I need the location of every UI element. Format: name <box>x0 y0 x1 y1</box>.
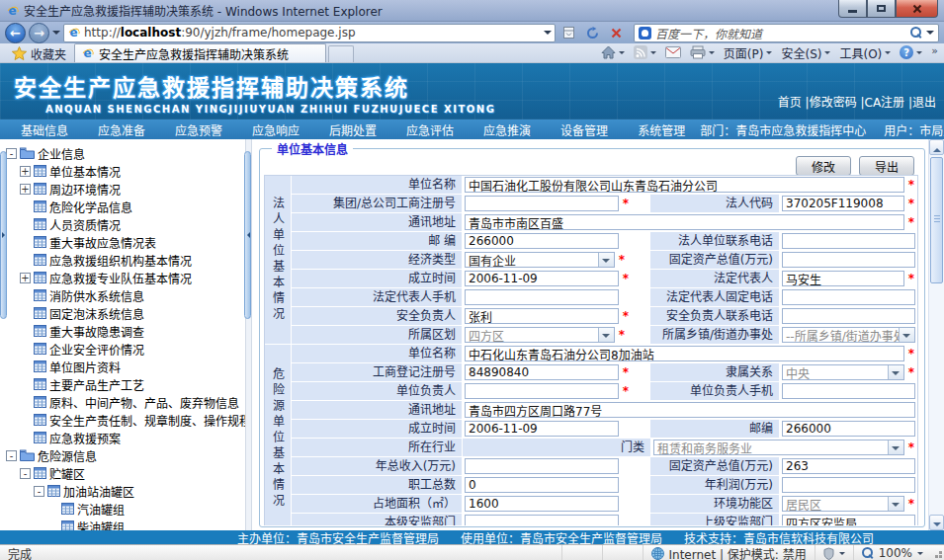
minimize-button[interactable] <box>838 0 867 18</box>
tree-item[interactable]: 主要产品生产工艺 <box>4 375 245 393</box>
form-select[interactable]: 居民区 <box>782 496 904 512</box>
new-tab-button[interactable] <box>328 45 354 62</box>
tree-toggle-plus[interactable]: + <box>20 273 31 283</box>
header-link-0[interactable]: 首页 <box>778 96 802 110</box>
address-url[interactable]: http://localhost:90/yjzh/frame/homepage.… <box>84 26 540 40</box>
menu-button-2[interactable]: 工具(O) <box>839 44 891 61</box>
nav-item-2[interactable]: 应急预警 <box>160 121 237 138</box>
tree-item[interactable]: 汽油罐组 <box>4 500 245 518</box>
tab-active[interactable]: e 安全生产应急救援指挥辅助决策系统 <box>74 43 326 62</box>
back-button[interactable]: ← <box>5 23 26 43</box>
nav-item-1[interactable]: 应急准备 <box>83 121 160 138</box>
content-scrollbar[interactable] <box>928 139 944 530</box>
search-dropdown-arrow[interactable] <box>926 31 934 39</box>
menu-button-0[interactable]: 页面(P) <box>724 44 773 61</box>
form-input[interactable] <box>782 233 915 249</box>
search-input[interactable]: 百度一下，你就知道 <box>655 25 906 41</box>
tree-item[interactable]: +应急救援专业队伍基本情况 <box>4 269 245 286</box>
form-input[interactable] <box>465 308 619 324</box>
scroll-down-button[interactable] <box>929 515 944 530</box>
tree-item[interactable]: -贮罐区 <box>4 464 245 482</box>
form-input[interactable] <box>782 271 904 286</box>
form-input[interactable] <box>465 383 619 399</box>
feeds-button[interactable] <box>634 45 656 59</box>
address-dropdown-arrow[interactable] <box>544 31 552 39</box>
form-input[interactable] <box>782 515 915 525</box>
form-input[interactable] <box>465 515 619 525</box>
close-button[interactable] <box>896 0 938 18</box>
form-input[interactable] <box>465 177 904 193</box>
form-input[interactable] <box>465 214 904 230</box>
tree-item[interactable]: -加油站油罐区 <box>4 482 245 500</box>
favorites-button[interactable]: 收藏夹 <box>4 44 74 62</box>
address-bar[interactable]: e http://localhost:90/yjzh/frame/homepag… <box>63 24 556 42</box>
tree-toggle-minus[interactable]: - <box>6 148 17 159</box>
tree-item[interactable]: 人员资质情况 <box>4 215 245 233</box>
menu-dropdown-arrow[interactable] <box>885 51 891 57</box>
form-input[interactable] <box>782 252 915 268</box>
tree-item[interactable]: 柴油罐组 <box>4 518 245 530</box>
tree-item[interactable]: -危险源信息 <box>4 446 245 464</box>
form-input[interactable] <box>465 289 619 305</box>
resize-grip[interactable] <box>931 547 943 559</box>
form-input[interactable] <box>465 271 619 286</box>
tree-toggle-minus[interactable]: - <box>6 450 17 461</box>
print-dropdown-arrow[interactable] <box>709 51 715 57</box>
tree-item[interactable]: 危险化学品信息 <box>4 198 245 215</box>
tree-item[interactable]: 应急救援组织机构基本情况 <box>4 251 245 269</box>
restore-button[interactable] <box>867 0 896 18</box>
menu-button-1[interactable]: 安全(S) <box>781 44 830 61</box>
nav-item-7[interactable]: 设备管理 <box>546 121 623 138</box>
form-input[interactable] <box>782 196 904 211</box>
form-input[interactable] <box>465 496 619 512</box>
home-button[interactable] <box>601 45 625 59</box>
tree-toggle-plus[interactable]: + <box>20 166 31 177</box>
security-dropdown-arrow[interactable] <box>839 552 845 558</box>
export-button[interactable]: 导出 <box>859 156 914 176</box>
form-select[interactable]: 国有企业 <box>465 252 615 268</box>
header-link-3[interactable]: 退出 <box>912 96 936 110</box>
tree-toggle-minus[interactable]: - <box>20 468 31 479</box>
search-icon[interactable] <box>910 27 922 39</box>
nav-item-6[interactable]: 应急推演 <box>469 121 546 138</box>
form-input[interactable] <box>465 364 619 380</box>
tree-item[interactable]: 安全生产责任制、规章制度、操作规程信息 <box>4 411 245 429</box>
form-input[interactable] <box>782 383 915 399</box>
left-collapse-handle[interactable] <box>0 151 7 319</box>
scrollbar-thumb[interactable] <box>930 157 943 283</box>
tree-item[interactable]: 固定泡沫系统信息 <box>4 304 245 322</box>
menu-dropdown-arrow[interactable] <box>766 51 772 57</box>
form-select[interactable]: 中央 <box>782 364 904 380</box>
home-dropdown-arrow[interactable] <box>619 51 625 57</box>
form-input[interactable] <box>465 346 904 361</box>
nav-item-4[interactable]: 后期处置 <box>314 121 391 138</box>
form-input[interactable] <box>782 289 915 305</box>
form-select[interactable]: 租赁和商务服务业 <box>653 440 904 455</box>
form-input[interactable] <box>465 402 915 418</box>
feeds-dropdown-arrow[interactable] <box>650 51 656 57</box>
tree-item[interactable]: 重大事故应急情况表 <box>4 233 245 251</box>
tree-item[interactable]: 单位图片资料 <box>4 358 245 375</box>
form-input[interactable] <box>465 477 619 493</box>
tree-toggle-plus[interactable]: + <box>20 184 31 195</box>
form-input[interactable] <box>782 477 915 493</box>
compatibility-view-button[interactable] <box>558 23 579 42</box>
security-report-button[interactable] <box>815 545 853 560</box>
tree-item[interactable]: 企业安全评价情况 <box>4 340 245 358</box>
refresh-button[interactable] <box>582 23 603 42</box>
history-dropdown-arrow[interactable] <box>52 31 60 39</box>
header-link-1[interactable]: 修改密码 <box>810 96 857 110</box>
form-input[interactable] <box>782 421 915 437</box>
nav-item-3[interactable]: 应急响应 <box>237 121 314 138</box>
form-input[interactable] <box>465 196 619 211</box>
menu-dropdown-arrow[interactable] <box>824 51 830 57</box>
header-link-2[interactable]: CA注册 <box>865 96 905 110</box>
nav-item-0[interactable]: 基础信息 <box>6 121 83 138</box>
form-input[interactable] <box>782 458 915 474</box>
form-select[interactable]: --所属乡镇/街道办事处-- <box>782 327 915 343</box>
tree-toggle-minus[interactable]: - <box>34 486 44 497</box>
nav-item-5[interactable]: 应急评估 <box>391 121 469 138</box>
zoom-dropdown-arrow[interactable] <box>917 552 923 558</box>
scroll-up-button[interactable] <box>929 139 944 155</box>
form-input[interactable] <box>465 421 619 437</box>
